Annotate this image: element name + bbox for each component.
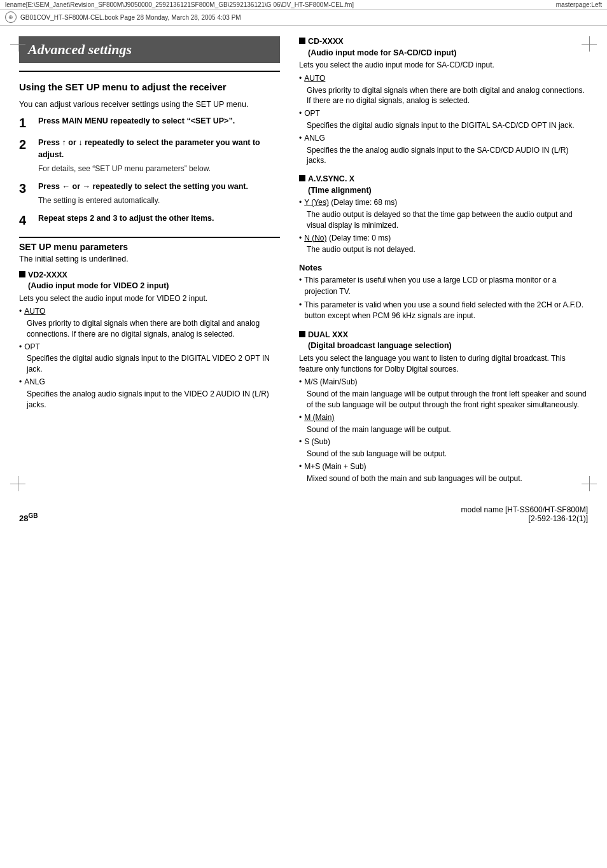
footer-model-line2: [2-592-136-12(1)]: [461, 514, 588, 523]
bullet-dot-cd-anlg: •: [299, 133, 302, 144]
corner-tr-decoration: [582, 36, 597, 52]
step-1-number: 1: [19, 115, 33, 130]
main-title: Advanced settings: [19, 36, 280, 63]
intro-text: You can adjust various receiver settings…: [19, 99, 280, 111]
param-dual-heading: DUAL XXX (Digital broadcast language sel…: [308, 330, 452, 352]
param-vd2-bullet-opt: • OPT: [19, 342, 280, 353]
param-dual-ms-label: M/S (Main/Sub): [304, 377, 357, 388]
bullet-dot-avsync-n: •: [299, 233, 302, 244]
param-dual-bullet-s: • S (Sub): [299, 437, 588, 447]
param-dual: DUAL XXX (Digital broadcast language sel…: [299, 330, 588, 484]
subsection-title: Using the SET UP menu to adjust the rece…: [19, 81, 280, 94]
param-avsync: A.V.SYNC. X (Time alignment) • Y (Yes) (…: [299, 174, 588, 255]
param-vd2-anlg-sub: Specifies the analog audio signals input…: [27, 389, 280, 410]
param-dual-s-sub: Sound of the sub language will be output…: [307, 449, 588, 459]
page-number: 28GB: [19, 512, 38, 523]
notes-item-2: • This parameter is valid when you use a…: [299, 300, 588, 322]
bullet-dot-cd-opt: •: [299, 108, 302, 119]
param-dual-ms-sub: Sound of the main language will be outpu…: [307, 389, 588, 410]
param-dual-heading-line1: DUAL XXX: [308, 330, 452, 341]
param-cd-anlg-sub: Specifies the the analog audio signals i…: [307, 145, 588, 167]
step-2-bold: Press ↑ or ↓ repeatedly to select the pa…: [38, 138, 260, 159]
bullet-dot-avsync-y: •: [299, 197, 302, 208]
header-masterpage: masterpage:Left: [556, 1, 602, 8]
param-vd2-auto-sub: Gives priority to digital signals when t…: [27, 318, 280, 340]
param-avsync-n-sub: The audio output is not delayed.: [307, 244, 588, 255]
param-avsync-title-line: A.V.SYNC. X (Time alignment): [299, 174, 588, 196]
bullet-dot: •: [19, 306, 22, 317]
page-content: Advanced settings Using the SET UP menu …: [0, 26, 607, 529]
compass-icon: ⊕: [5, 11, 17, 23]
corner-bl-decoration: [10, 476, 25, 491]
step-3-content: Press ← or → repeatedly to select the se…: [38, 181, 248, 206]
param-cd-bullet-anlg: • ANLG: [299, 133, 588, 144]
param-vd2-auto-label: AUTO: [24, 306, 45, 317]
bullet-dot-dual-mps: •: [299, 461, 302, 472]
param-cd: CD-XXXX (Audio input mode for SA-CD/CD i…: [299, 36, 588, 166]
bullet-dot-cd-auto: •: [299, 73, 302, 84]
step-4-bold: Repeat steps 2 and 3 to adjust the other…: [38, 214, 214, 223]
param-cd-heading-line2: (Audio input mode for SA-CD/CD input): [308, 48, 456, 59]
notes-section: Notes • This parameter is useful when yo…: [299, 263, 588, 322]
param-vd2: VD2-XXXX (Audio input mode for VIDEO 2 i…: [19, 270, 280, 410]
param-dual-mps-sub: Mixed sound of both the main and sub lan…: [307, 473, 588, 484]
section-divider: [19, 71, 280, 72]
corner-tl-decoration: [10, 36, 25, 52]
initial-setting-note: The initial setting is underlined.: [19, 255, 280, 263]
step-3-number: 3: [19, 181, 33, 206]
param-vd2-opt-label: OPT: [24, 342, 40, 353]
bullet-dot-dual-m: •: [299, 412, 302, 423]
param-vd2-heading-line1: VD2-XXXX: [28, 270, 169, 281]
param-cd-anlg-label: ANLG: [304, 133, 325, 144]
step-3-bold: Press ← or → repeatedly to select the se…: [38, 182, 248, 191]
param-cd-square: [299, 38, 305, 44]
notes-title: Notes: [299, 263, 588, 272]
header-bar: lename[E:\SEM_Janet\Revision_SF800M\J905…: [0, 0, 607, 10]
page-suffix: GB: [28, 512, 38, 519]
param-cd-opt-sub: Specifies the digital audio signals inpu…: [307, 120, 588, 131]
param-vd2-desc: Lets you select the audio input mode for…: [19, 293, 280, 304]
param-cd-opt-label: OPT: [304, 108, 320, 119]
param-dual-bullet-ms: • M/S (Main/Sub): [299, 377, 588, 388]
param-vd2-opt-sub: Specifies the digital audio signals inpu…: [27, 353, 280, 375]
notes-text-2: This parameter is valid when you use a s…: [304, 300, 588, 322]
step-2: 2 Press ↑ or ↓ repeatedly to select the …: [19, 137, 280, 174]
param-vd2-title-line: VD2-XXXX (Audio input mode for VIDEO 2 i…: [19, 270, 280, 292]
param-dual-title-line: DUAL XXX (Digital broadcast language sel…: [299, 330, 588, 352]
bullet-dot-dual-ms: •: [299, 377, 302, 388]
param-avsync-heading-line1: A.V.SYNC. X: [308, 174, 372, 185]
param-cd-heading: CD-XXXX (Audio input mode for SA-CD/CD i…: [308, 36, 456, 59]
param-cd-title-line: CD-XXXX (Audio input mode for SA-CD/CD i…: [299, 36, 588, 59]
corner-br-decoration: [582, 476, 597, 491]
page-num-text: 28: [19, 514, 28, 523]
param-cd-bullet-auto: • AUTO: [299, 73, 588, 84]
param-vd2-bullet-anlg: • ANLG: [19, 377, 280, 388]
step-1-content: Press MAIN MENU repeatedly to select “<S…: [38, 115, 235, 130]
notes-bullet-1: •: [299, 275, 302, 297]
step-4-content: Repeat steps 2 and 3 to adjust the other…: [38, 213, 214, 228]
book-info-bar: ⊕ GB01COV_HT-SF800M-CEL.book Page 28 Mon…: [0, 10, 607, 26]
param-cd-bullet-opt: • OPT: [299, 108, 588, 119]
step-3-note: The setting is entered automatically.: [38, 195, 248, 206]
bullet-dot-anlg: •: [19, 377, 22, 388]
param-avsync-bullet-y: • Y (Yes) (Delay time: 68 ms): [299, 197, 588, 208]
param-dual-bullet-m: • M (Main): [299, 412, 588, 423]
setup-menu-title: SET UP menu parameters: [19, 237, 280, 252]
param-cd-heading-line1: CD-XXXX: [308, 36, 456, 48]
param-avsync-heading: A.V.SYNC. X (Time alignment): [308, 174, 372, 196]
step-1-text: Press MAIN MENU repeatedly to select “<S…: [38, 116, 235, 125]
footer-model-line1: model name [HT-SS600/HT-SF800M]: [461, 505, 588, 514]
param-vd2-square: [19, 271, 25, 277]
param-dual-heading-line2: (Digital broadcast language selection): [308, 340, 452, 352]
param-dual-mps-label: M+S (Main + Sub): [304, 461, 366, 472]
param-vd2-anlg-label: ANLG: [24, 377, 45, 388]
param-dual-bullet-mps: • M+S (Main + Sub): [299, 461, 588, 472]
param-dual-square: [299, 331, 305, 337]
param-vd2-bullet-auto: • AUTO: [19, 306, 280, 317]
step-4-number: 4: [19, 213, 33, 228]
param-avsync-bullet-n: • N (No) (Delay time: 0 ms): [299, 233, 588, 244]
param-dual-desc: Lets you select the language you want to…: [299, 353, 588, 375]
step-2-number: 2: [19, 137, 33, 174]
step-1: 1 Press MAIN MENU repeatedly to select “…: [19, 115, 280, 130]
notes-bullet-2: •: [299, 300, 302, 322]
